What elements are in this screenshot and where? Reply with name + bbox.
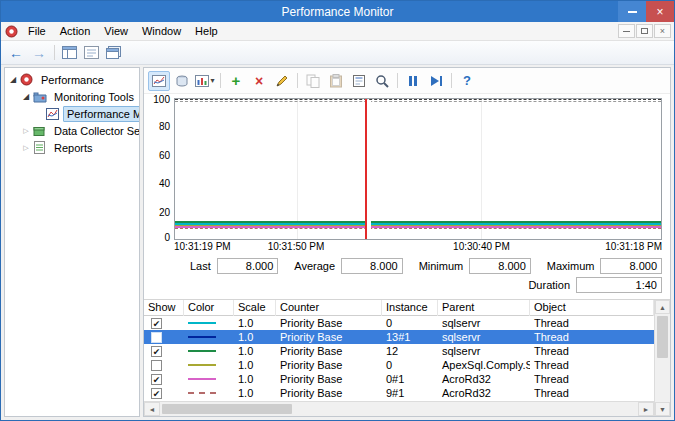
tree-item-label: Monitoring Tools [50, 89, 138, 105]
properties-window-button[interactable] [81, 43, 102, 63]
add-counter-button[interactable]: + [225, 71, 247, 91]
column-header-color[interactable]: Color [184, 300, 234, 316]
counter-row[interactable]: ✔ 1.0 Priority Base 0#1 AcroRd32 Thread [144, 372, 654, 386]
new-window-button[interactable] [103, 43, 124, 63]
show-checkbox[interactable]: ✔ [151, 318, 162, 329]
column-header-parent[interactable]: Parent [438, 300, 530, 316]
scroll-up-button[interactable]: ▲ [655, 300, 670, 314]
series-line [175, 99, 661, 100]
menu-bar: File Action View Window Help × [1, 22, 674, 41]
maximum-value: 8.000 [600, 258, 662, 274]
title-bar[interactable]: Performance Monitor × [1, 1, 674, 22]
counter-row[interactable]: ✔ 1.0 Priority Base 9#1 AcroRd32 Thread [144, 386, 654, 400]
highlight-button[interactable] [271, 71, 293, 91]
tree-item-monitoring-tools[interactable]: ◢ Monitoring Tools [5, 88, 139, 105]
mdi-minimize-icon [623, 31, 630, 32]
close-button[interactable]: × [646, 1, 674, 22]
current-time-line [365, 99, 367, 239]
counter-cell: Priority Base [276, 386, 382, 400]
tree-expander-icon[interactable]: ◢ [20, 92, 32, 101]
mdi-minimize-button[interactable] [618, 24, 635, 38]
back-button[interactable]: ← [5, 45, 27, 61]
paste-counter-list-button[interactable] [325, 71, 347, 91]
show-checkbox[interactable] [151, 360, 162, 371]
instance-cell: 0#1 [382, 372, 438, 386]
parent-cell: sqlservr [438, 330, 530, 344]
tree-expander-icon[interactable]: ▷ [20, 144, 32, 152]
performance-monitor-pane: ▾ + × [143, 67, 671, 417]
scale-cell: 1.0 [234, 386, 276, 400]
menu-view[interactable]: View [97, 23, 135, 39]
menu-file[interactable]: File [21, 23, 53, 39]
show-hide-console-tree-button[interactable] [59, 43, 80, 63]
monitor-chart-icon [45, 107, 60, 120]
help-button[interactable]: ? [456, 71, 478, 91]
update-data-button[interactable] [425, 71, 447, 91]
counter-rows: ✔ 1.0 Priority Base 0 sqlservr Thread 1.… [144, 316, 654, 401]
instance-cell: 0 [382, 358, 438, 372]
parent-cell: AcroRd32 [438, 386, 530, 400]
delete-counter-button[interactable]: × [248, 71, 270, 91]
zoom-button[interactable] [371, 71, 393, 91]
forward-button[interactable]: → [28, 45, 50, 61]
show-checkbox[interactable]: ✔ [151, 346, 162, 357]
mdi-close-button[interactable]: × [654, 24, 671, 38]
counter-row[interactable]: 1.0 Priority Base 0 ApexSql.Comply.Servi… [144, 358, 654, 372]
tree-item-performance[interactable]: ◢ Performance [5, 71, 139, 88]
tree-item-data-collector-sets[interactable]: ▷ Data Collector Sets [5, 122, 139, 139]
horizontal-scrollbar[interactable]: ◄ ► [144, 401, 654, 416]
copy-properties-button[interactable] [302, 71, 324, 91]
tree-item-performance-monitor[interactable]: Performance Monitor [5, 105, 139, 122]
menu-window[interactable]: Window [135, 23, 188, 39]
show-checkbox[interactable]: ✔ [151, 374, 162, 385]
tree-item-label: Data Collector Sets [50, 123, 140, 139]
last-value: 8.000 [217, 258, 279, 274]
performance-icon [19, 73, 34, 86]
horizontal-scroll-track[interactable] [160, 402, 638, 416]
column-header-instance[interactable]: Instance [382, 300, 438, 316]
show-checkbox[interactable] [151, 332, 162, 343]
column-header-object[interactable]: Object [530, 300, 654, 316]
tree-expander-icon[interactable]: ◢ [7, 75, 19, 84]
view-current-activity-button[interactable] [148, 71, 170, 91]
counter-row[interactable]: ✔ 1.0 Priority Base 0 sqlservr Thread [144, 316, 654, 330]
tree-item-reports[interactable]: ▷ Reports [5, 139, 139, 156]
toolbar-separator [54, 45, 55, 60]
vertical-scroll-thumb[interactable] [657, 316, 668, 358]
vertical-scroll-track[interactable] [655, 314, 670, 402]
counter-row[interactable]: ✔ 1.0 Priority Base 12 sqlservr Thread [144, 344, 654, 358]
horizontal-scroll-thumb[interactable] [162, 404, 292, 414]
properties-button[interactable] [348, 71, 370, 91]
y-tick: 60 [159, 149, 170, 160]
column-header-counter[interactable]: Counter [276, 300, 382, 316]
mdi-restore-button[interactable] [636, 24, 653, 38]
counter-row[interactable]: 1.0 Priority Base 13#1 sqlservr Thread [144, 330, 654, 344]
show-checkbox[interactable]: ✔ [151, 388, 162, 399]
value-bar: Last 8.000 Average 8.000 Minimum 8.000 M… [144, 254, 670, 298]
counter-list: Show Color Scale Counter Instance Parent… [144, 299, 670, 416]
window-title: Performance Monitor [57, 5, 618, 19]
scroll-left-button[interactable]: ◄ [144, 402, 160, 416]
tree-expander-icon[interactable]: ▷ [20, 127, 32, 135]
column-header-scale[interactable]: Scale [234, 300, 276, 316]
change-graph-type-button[interactable]: ▾ [194, 71, 216, 91]
object-cell: Thread [530, 358, 654, 372]
scale-cell: 1.0 [234, 358, 276, 372]
color-swatch [188, 378, 216, 380]
object-cell: Thread [530, 330, 654, 344]
parent-cell: ApexSql.Comply.Service [438, 358, 530, 372]
scroll-right-button[interactable]: ► [638, 402, 654, 416]
menu-action[interactable]: Action [53, 23, 98, 39]
menu-help[interactable]: Help [188, 23, 225, 39]
vertical-scrollbar[interactable]: ▲ ▼ [654, 300, 670, 416]
scroll-down-button[interactable]: ▼ [655, 402, 670, 416]
scale-cell: 1.0 [234, 372, 276, 386]
parent-cell: sqlservr [438, 316, 530, 330]
freeze-display-button[interactable] [402, 71, 424, 91]
report-icon [32, 141, 47, 154]
column-header-show[interactable]: Show [144, 300, 184, 316]
minimum-label: Minimum [419, 260, 464, 272]
counter-cell: Priority Base [276, 330, 382, 344]
minimize-button[interactable] [618, 1, 646, 22]
view-log-data-button[interactable] [171, 71, 193, 91]
